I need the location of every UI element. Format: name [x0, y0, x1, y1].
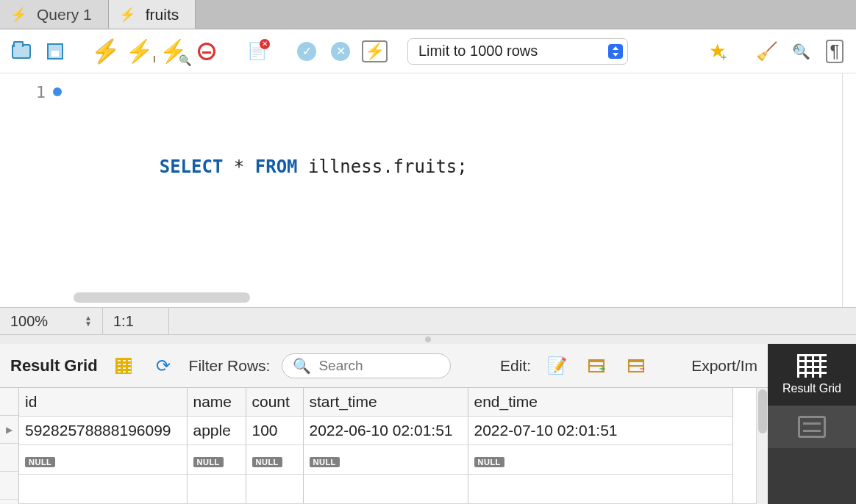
- filter-rows-input[interactable]: 🔍: [282, 353, 451, 378]
- bolt-icon: ⚡: [92, 40, 119, 62]
- toggle-autocommit-button[interactable]: 📄✕: [243, 37, 271, 65]
- open-file-button[interactable]: [7, 37, 35, 65]
- add-row-button[interactable]: ＋: [582, 352, 610, 380]
- result-area: Result Grid ⟳ Filter Rows: 🔍 Edit: 📝 ＋ －…: [0, 344, 856, 504]
- edit-label: Edit:: [500, 357, 531, 375]
- toggle-limit-button[interactable]: ⚡: [360, 37, 388, 65]
- side-tab-label: Result Grid: [782, 382, 841, 395]
- statement-marker-icon[interactable]: [53, 87, 62, 96]
- filter-input-field[interactable]: [318, 358, 440, 374]
- null-badge: NULL: [252, 457, 282, 467]
- cell-name[interactable]: apple: [187, 416, 246, 445]
- vertical-scrollbar[interactable]: [756, 388, 768, 504]
- commit-button[interactable]: ✓: [293, 37, 321, 65]
- cell-start-time[interactable]: 2022-06-10 02:01:51: [303, 416, 468, 445]
- cell-end-time[interactable]: 2022-07-10 02:01:51: [468, 416, 732, 445]
- sql-editor[interactable]: 1 SELECT * FROM illness.fruits;: [0, 73, 856, 307]
- editor-status-bar: 100% ▲▼ 1:1: [0, 307, 856, 335]
- tab-query1[interactable]: ⚡ Query 1: [0, 0, 109, 29]
- keyword-select: SELECT: [160, 156, 224, 177]
- form-icon: [798, 416, 826, 438]
- x-circle-icon: ✕: [331, 42, 350, 61]
- editor-gutter: 1: [0, 73, 74, 307]
- table-header-row: id name count start_time end_time: [19, 388, 732, 416]
- grid-minus-icon: －: [628, 359, 644, 372]
- result-side-panel: Result Grid: [768, 344, 856, 504]
- toggle-grid-button[interactable]: [110, 352, 138, 380]
- execute-current-button[interactable]: ⚡I: [125, 37, 153, 65]
- column-header-id[interactable]: id: [19, 388, 187, 416]
- cursor-position: 1:1: [103, 308, 169, 334]
- null-badge: NULL: [474, 457, 504, 467]
- side-tab-form-editor[interactable]: [768, 406, 856, 448]
- code-area[interactable]: SELECT * FROM illness.fruits;: [74, 73, 843, 307]
- row-handle-column: ▶: [0, 388, 19, 504]
- explain-button[interactable]: ⚡🔍: [159, 37, 187, 65]
- bolt-icon: ⚡: [119, 7, 135, 23]
- cell-count[interactable]: 100: [246, 416, 303, 445]
- cell-null[interactable]: NULL: [303, 445, 468, 475]
- row-limit-label: Limit to 1000 rows: [418, 43, 538, 60]
- filter-rows-label: Filter Rows:: [189, 357, 271, 375]
- null-badge: NULL: [310, 457, 340, 467]
- keyword-from: FROM: [255, 156, 298, 177]
- zoom-level[interactable]: 100% ▲▼: [0, 308, 103, 334]
- result-grid-title: Result Grid: [10, 356, 98, 375]
- grid-icon: [115, 358, 132, 374]
- grid-icon: [797, 354, 827, 378]
- row-handle[interactable]: [0, 472, 18, 500]
- table-row-null[interactable]: NULL NULL NULL NULL NULL: [19, 445, 732, 475]
- bolt-cursor-icon: ⚡I: [126, 40, 153, 62]
- execute-button[interactable]: ⚡: [91, 37, 119, 65]
- cell-null[interactable]: NULL: [187, 445, 246, 475]
- null-badge: NULL: [193, 457, 224, 467]
- stop-icon: [198, 43, 215, 60]
- tab-label: fruits: [146, 6, 179, 24]
- stop-button[interactable]: [193, 37, 221, 65]
- bolt-icon: ⚡: [10, 7, 26, 23]
- row-handle[interactable]: ▶: [0, 416, 18, 444]
- toggle-invisibles-button[interactable]: ¶: [821, 37, 849, 65]
- find-button[interactable]: 🔍A: [787, 37, 815, 65]
- result-grid[interactable]: ▶ id name count start_time end_time: [0, 388, 768, 504]
- search-icon: 🔍A: [792, 43, 810, 60]
- column-header-start-time[interactable]: start_time: [303, 388, 468, 416]
- pane-resize-grip[interactable]: [0, 335, 856, 344]
- broom-icon: 🧹: [756, 41, 778, 62]
- tab-label: Query 1: [37, 6, 92, 24]
- tab-fruits[interactable]: ⚡ fruits: [109, 0, 196, 29]
- folder-icon: [12, 44, 31, 59]
- horizontal-scrollbar[interactable]: [74, 292, 250, 303]
- side-tab-result-grid[interactable]: Result Grid: [768, 344, 856, 406]
- favorites-button[interactable]: ★＋: [703, 37, 731, 65]
- rollback-button[interactable]: ✕: [327, 37, 354, 65]
- table-row[interactable]: 59282578888196099 apple 100 2022-06-10 0…: [19, 416, 732, 445]
- refresh-icon: ⟳: [156, 356, 171, 376]
- result-toolbar: Result Grid ⟳ Filter Rows: 🔍 Edit: 📝 ＋ －…: [0, 344, 768, 388]
- refresh-button[interactable]: ⟳: [149, 352, 177, 380]
- row-limit-select[interactable]: Limit to 1000 rows: [407, 38, 628, 65]
- row-handle[interactable]: [0, 444, 18, 472]
- column-header-count[interactable]: count: [246, 388, 303, 416]
- bolt-check-icon: ⚡: [362, 40, 388, 62]
- floppy-icon: [47, 43, 63, 60]
- star-icon: ★＋: [709, 40, 726, 62]
- save-file-button[interactable]: [41, 37, 69, 65]
- beautify-button[interactable]: 🧹: [753, 37, 781, 65]
- grid-plus-icon: ＋: [588, 359, 604, 372]
- chevron-updown-icon[interactable]: ▲▼: [85, 315, 92, 327]
- chevron-updown-icon: [608, 44, 623, 59]
- null-badge: NULL: [25, 457, 55, 467]
- autocommit-icon: 📄✕: [247, 42, 267, 61]
- edit-row-button[interactable]: 📝: [543, 352, 571, 380]
- cell-null[interactable]: NULL: [19, 445, 187, 475]
- table-row-empty[interactable]: [19, 475, 732, 504]
- cell-null[interactable]: NULL: [468, 445, 732, 475]
- column-header-end-time[interactable]: end_time: [468, 388, 732, 416]
- delete-row-button[interactable]: －: [622, 352, 650, 380]
- cell-null[interactable]: NULL: [246, 445, 303, 475]
- export-label: Export/Im: [691, 357, 757, 375]
- column-header-name[interactable]: name: [187, 388, 246, 416]
- search-icon: 🔍: [293, 357, 311, 375]
- cell-id[interactable]: 59282578888196099: [19, 416, 187, 445]
